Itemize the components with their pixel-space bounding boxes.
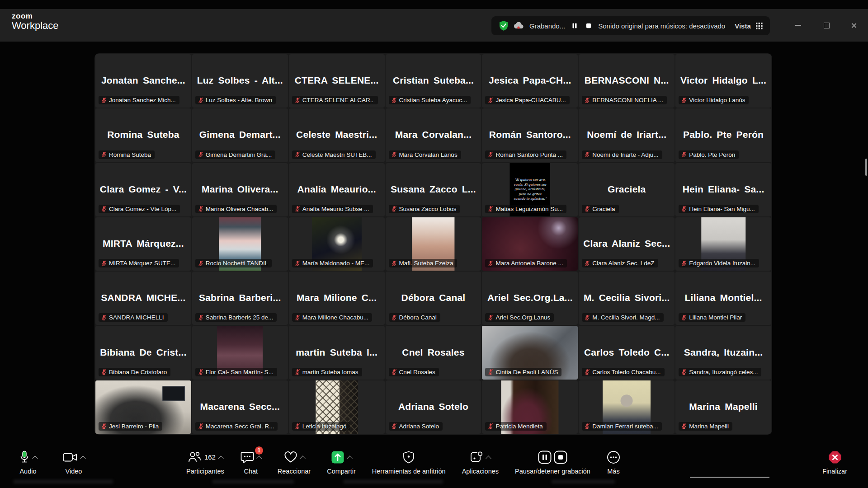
participant-name-label: Victor Hidalgo Lanús <box>689 97 745 103</box>
muted-mic-icon <box>101 369 107 375</box>
participant-tile[interactable]: Marina MapelliMarina Mapelli <box>675 380 771 434</box>
participant-tile[interactable]: Flor Cal- San Martín- S... <box>192 326 288 379</box>
gallery-view-grid-icon[interactable] <box>756 23 763 29</box>
participant-tile[interactable]: MIRTA Márquez...MIRTA Márquez SUTE... <box>95 217 191 271</box>
apps-chevron-icon[interactable] <box>486 456 491 462</box>
participant-tile[interactable]: Hein Eliana- Sa...Hein Eliana- San Migu.… <box>675 163 771 216</box>
participant-tile[interactable]: Sabrina Barberi...Sabrina Barberis 25 de… <box>192 272 288 325</box>
participant-name-label: Jesica Papa-CHACABU... <box>495 97 566 103</box>
participant-tile[interactable]: Mara Antonela Barone ... <box>482 217 578 271</box>
participants-button[interactable]: 162 Participantes <box>186 450 224 475</box>
share-screen-button[interactable]: Compartir <box>327 450 356 475</box>
participant-tile[interactable]: Mafi. Suteba Ezeiza <box>386 217 481 271</box>
participant-name-pill: Cintia De Paoli LANÚS <box>485 368 561 376</box>
view-menu-label[interactable]: Vista <box>735 22 751 30</box>
participant-tile[interactable]: Patricia Mendieta <box>482 380 578 434</box>
video-camera-icon <box>62 452 78 463</box>
participant-tile[interactable]: Jonatan Sanche...Jonatan Sanchez Mich... <box>95 54 191 108</box>
participant-name-label: Celeste Maestri SUTEB... <box>302 151 372 158</box>
participant-tile[interactable]: Rocio Nochetti TANDIL <box>192 217 288 271</box>
participant-tile[interactable]: Victor Hidalgo L...Victor Hidalgo Lanús <box>675 54 771 108</box>
participant-tile[interactable]: M. Cecilia Sivori...M. Cecilia Sivori. M… <box>579 272 675 325</box>
participant-tile[interactable]: Sandra, Ituzain...Sandra, Ituzaingó cele… <box>675 326 771 379</box>
participant-tile[interactable]: Analía Meaurio...Analía Meaurio Subse ..… <box>289 163 385 216</box>
participant-tile[interactable]: Marina Olivera...Marina Olivera Chacab..… <box>192 163 288 216</box>
participant-name-pill: Carlos Toledo Chacabu... <box>582 368 664 376</box>
pause-stop-recording-button[interactable]: Pausar/detener grabación <box>515 450 590 475</box>
participants-chevron-icon[interactable] <box>218 456 224 462</box>
share-chevron-icon[interactable] <box>347 456 353 462</box>
participant-tile[interactable]: María Maldonado - ME... <box>289 217 385 271</box>
participant-tile[interactable]: Carlos Toledo C...Carlos Toledo Chacabu.… <box>579 326 675 379</box>
maximize-button[interactable] <box>814 9 839 42</box>
participant-tile[interactable]: Romina SutebaRomina Suteba <box>95 108 191 162</box>
audio-button[interactable]: Audio <box>19 450 37 475</box>
participant-tile[interactable]: Jesi Barreiro - Pila <box>95 380 191 434</box>
gallery-grid: Jonatan Sanche...Jonatan Sanchez Mich...… <box>94 53 772 435</box>
security-shield-icon[interactable] <box>499 20 509 31</box>
participant-tile[interactable]: Luz Solbes - Alt...Luz Solbes - Alte. Br… <box>192 54 288 108</box>
participant-name-pill: Graciela <box>582 205 618 213</box>
participant-display-name: Liliana Montiel... <box>675 292 771 303</box>
participant-tile[interactable]: BERNASCONI N...BERNASCONI NOELIA ... <box>579 54 675 108</box>
participant-tile[interactable]: Mara Milione C...Mara Milione Chacabu... <box>289 272 385 325</box>
participant-tile[interactable]: Celeste Maestri...Celeste Maestri SUTEB.… <box>289 108 385 162</box>
close-button[interactable] <box>841 9 866 42</box>
participant-tile[interactable]: Gimena Demart...Gimena Demartini Gra... <box>192 108 288 162</box>
participant-tile[interactable]: Macarena Secc...Macarena Secc Gral. R... <box>192 380 288 434</box>
react-chevron-icon[interactable] <box>300 456 306 462</box>
pause-recording-icon[interactable] <box>570 21 579 30</box>
participant-tile[interactable]: Bibiana De Crist...Bibiana De Cristofaro <box>95 326 191 379</box>
participant-tile[interactable]: Cristian Suteba...Cristian Suteba Ayacuc… <box>386 54 481 108</box>
participant-name-label: Mara Milione Chacabu... <box>302 314 368 321</box>
video-button[interactable]: Video <box>62 450 85 475</box>
minimize-button[interactable] <box>785 9 811 42</box>
apps-label: Aplicaciones <box>462 468 499 475</box>
more-label: Más <box>607 468 619 475</box>
video-options-chevron-icon[interactable] <box>80 456 86 462</box>
participant-name-label: Liliana Montiel Pilar <box>689 314 742 321</box>
participant-tile[interactable]: Clara Alaniz Sec...Clara Alaniz Sec. Lde… <box>579 217 675 271</box>
participant-tile[interactable]: "Si quieres ser ave, vuela. Si quieres s… <box>482 163 578 216</box>
participant-tile[interactable]: Cintia De Paoli LANÚS <box>482 326 578 379</box>
participant-tile[interactable]: Noemí de Iriart...Noemí de Iriarte - Adj… <box>579 108 675 162</box>
muted-mic-icon <box>391 151 397 158</box>
participant-tile[interactable]: Jesica Papa-CH...Jesica Papa-CHACABU... <box>482 54 578 108</box>
participant-tile[interactable]: Cnel RosalesCnel Rosales <box>386 326 481 379</box>
participant-name-pill: Sabrina Barberis 25 de... <box>195 313 277 322</box>
participant-tile[interactable]: Susana Zacco L...Susana Zacco Lobos <box>386 163 481 216</box>
participant-tile[interactable]: martin Suteba l...martin Suteba lomas <box>289 326 385 379</box>
stop-recording-control-icon[interactable] <box>554 450 567 464</box>
zoom-workplace-logo: zoom Workplace <box>12 12 59 31</box>
participant-tile[interactable]: Román Santoro...Román Santoro Punta ... <box>482 108 578 162</box>
participant-tile[interactable]: CTERA SELENE...CTERA SELENE ALCAR... <box>289 54 385 108</box>
maximize-icon <box>824 23 830 28</box>
participant-tile[interactable]: Pablo. Pte PerónPablo. Pte Perón <box>675 108 771 162</box>
participant-tile[interactable]: Leticia Ituzaingó <box>289 380 385 434</box>
participant-tile[interactable]: Adriana SoteloAdriana Sotelo <box>386 380 481 434</box>
participant-tile[interactable]: Edgardo Videla Ituzain... <box>675 217 771 271</box>
participant-display-name: Noemí de Iriart... <box>579 129 675 140</box>
audio-options-chevron-icon[interactable] <box>32 456 38 462</box>
apps-button[interactable]: Aplicaciones <box>462 450 499 475</box>
participant-tile[interactable]: Liliana Montiel...Liliana Montiel Pilar <box>675 272 771 325</box>
more-button[interactable]: Más <box>607 450 620 475</box>
participant-tile[interactable]: Clara Gomez - V...Clara Gomez - Vte Lóp.… <box>95 163 191 216</box>
participant-name-label: Macarena Secc Gral. R... <box>206 423 274 430</box>
chat-button[interactable]: 1 Chat <box>241 450 261 475</box>
original-sound-status-text[interactable]: Sonido original para músicos: desactivad… <box>598 22 725 30</box>
participant-tile[interactable]: Damian Ferrari suteba... <box>579 380 675 434</box>
participant-name-label: Sabrina Barberis 25 de... <box>206 314 273 321</box>
participant-tile[interactable]: SANDRA MICHE...SANDRA MICHELLI <box>95 272 191 325</box>
pause-recording-control-icon[interactable] <box>538 450 552 464</box>
participant-tile[interactable]: Ariel Sec.Org.La...Ariel Sec.Org.Lanus <box>482 272 578 325</box>
stop-recording-icon[interactable] <box>584 21 593 30</box>
end-meeting-button[interactable]: Finalizar <box>822 450 847 475</box>
host-tools-button[interactable]: Herramientas de anfitrión <box>372 450 446 475</box>
chat-chevron-icon[interactable] <box>256 456 262 462</box>
react-button[interactable]: Reaccionar <box>278 450 311 475</box>
participant-tile[interactable]: GracielaGraciela <box>579 163 675 216</box>
participant-tile[interactable]: Débora CanalDébora Canal <box>386 272 481 325</box>
gallery-scrollbar[interactable] <box>865 159 867 176</box>
participant-tile[interactable]: Mara Corvalan...Mara Corvalan Lanús <box>386 108 481 162</box>
